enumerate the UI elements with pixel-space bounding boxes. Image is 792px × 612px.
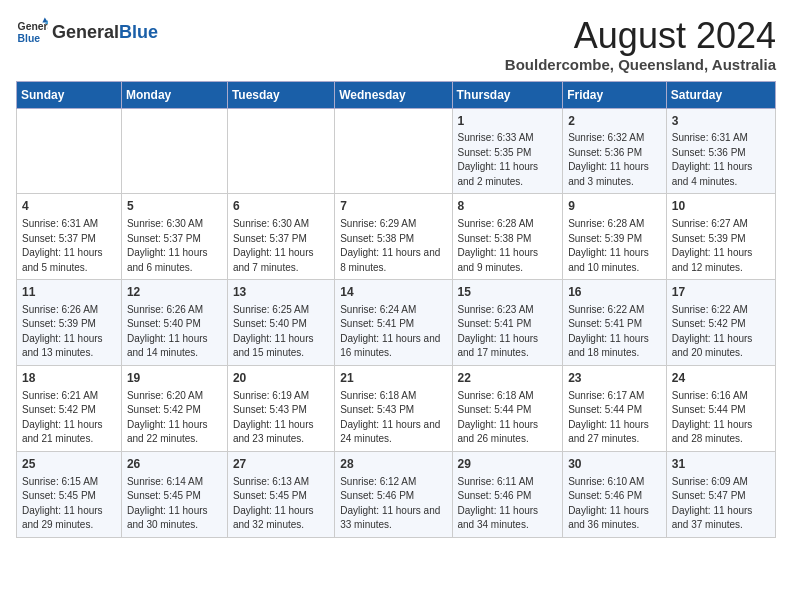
svg-text:Blue: Blue: [18, 33, 41, 44]
calendar-cell: 24Sunrise: 6:16 AM Sunset: 5:44 PM Dayli…: [666, 365, 775, 451]
header-cell-monday: Monday: [121, 81, 227, 108]
week-row-5: 25Sunrise: 6:15 AM Sunset: 5:45 PM Dayli…: [17, 451, 776, 537]
week-row-2: 4Sunrise: 6:31 AM Sunset: 5:37 PM Daylig…: [17, 194, 776, 280]
cell-content: Sunrise: 6:26 AM Sunset: 5:40 PM Dayligh…: [127, 303, 222, 361]
calendar-cell: 5Sunrise: 6:30 AM Sunset: 5:37 PM Daylig…: [121, 194, 227, 280]
week-row-3: 11Sunrise: 6:26 AM Sunset: 5:39 PM Dayli…: [17, 280, 776, 366]
calendar-cell: 1Sunrise: 6:33 AM Sunset: 5:35 PM Daylig…: [452, 108, 563, 194]
calendar-cell: [227, 108, 334, 194]
day-number: 21: [340, 370, 446, 387]
header-cell-sunday: Sunday: [17, 81, 122, 108]
calendar-cell: 2Sunrise: 6:32 AM Sunset: 5:36 PM Daylig…: [563, 108, 667, 194]
calendar-cell: [121, 108, 227, 194]
header-cell-thursday: Thursday: [452, 81, 563, 108]
day-number: 26: [127, 456, 222, 473]
header-cell-tuesday: Tuesday: [227, 81, 334, 108]
calendar-cell: [335, 108, 452, 194]
calendar-cell: 3Sunrise: 6:31 AM Sunset: 5:36 PM Daylig…: [666, 108, 775, 194]
cell-content: Sunrise: 6:09 AM Sunset: 5:47 PM Dayligh…: [672, 475, 770, 533]
cell-content: Sunrise: 6:13 AM Sunset: 5:45 PM Dayligh…: [233, 475, 329, 533]
cell-content: Sunrise: 6:30 AM Sunset: 5:37 PM Dayligh…: [127, 217, 222, 275]
calendar-table: SundayMondayTuesdayWednesdayThursdayFrid…: [16, 81, 776, 538]
calendar-cell: [17, 108, 122, 194]
cell-content: Sunrise: 6:18 AM Sunset: 5:44 PM Dayligh…: [458, 389, 558, 447]
cell-content: Sunrise: 6:22 AM Sunset: 5:42 PM Dayligh…: [672, 303, 770, 361]
logo: General Blue General Blue: [16, 16, 158, 48]
calendar-cell: 19Sunrise: 6:20 AM Sunset: 5:42 PM Dayli…: [121, 365, 227, 451]
calendar-cell: 28Sunrise: 6:12 AM Sunset: 5:46 PM Dayli…: [335, 451, 452, 537]
calendar-cell: 13Sunrise: 6:25 AM Sunset: 5:40 PM Dayli…: [227, 280, 334, 366]
cell-content: Sunrise: 6:25 AM Sunset: 5:40 PM Dayligh…: [233, 303, 329, 361]
calendar-cell: 10Sunrise: 6:27 AM Sunset: 5:39 PM Dayli…: [666, 194, 775, 280]
calendar-cell: 6Sunrise: 6:30 AM Sunset: 5:37 PM Daylig…: [227, 194, 334, 280]
cell-content: Sunrise: 6:31 AM Sunset: 5:36 PM Dayligh…: [672, 131, 770, 189]
logo-text-general: General: [52, 22, 119, 43]
cell-content: Sunrise: 6:27 AM Sunset: 5:39 PM Dayligh…: [672, 217, 770, 275]
calendar-cell: 18Sunrise: 6:21 AM Sunset: 5:42 PM Dayli…: [17, 365, 122, 451]
day-number: 4: [22, 198, 116, 215]
calendar-cell: 7Sunrise: 6:29 AM Sunset: 5:38 PM Daylig…: [335, 194, 452, 280]
day-number: 5: [127, 198, 222, 215]
cell-content: Sunrise: 6:19 AM Sunset: 5:43 PM Dayligh…: [233, 389, 329, 447]
cell-content: Sunrise: 6:32 AM Sunset: 5:36 PM Dayligh…: [568, 131, 661, 189]
cell-content: Sunrise: 6:31 AM Sunset: 5:37 PM Dayligh…: [22, 217, 116, 275]
day-number: 25: [22, 456, 116, 473]
calendar-cell: 14Sunrise: 6:24 AM Sunset: 5:41 PM Dayli…: [335, 280, 452, 366]
cell-content: Sunrise: 6:22 AM Sunset: 5:41 PM Dayligh…: [568, 303, 661, 361]
cell-content: Sunrise: 6:33 AM Sunset: 5:35 PM Dayligh…: [458, 131, 558, 189]
day-number: 7: [340, 198, 446, 215]
calendar-cell: 22Sunrise: 6:18 AM Sunset: 5:44 PM Dayli…: [452, 365, 563, 451]
calendar-cell: 26Sunrise: 6:14 AM Sunset: 5:45 PM Dayli…: [121, 451, 227, 537]
day-number: 27: [233, 456, 329, 473]
cell-content: Sunrise: 6:26 AM Sunset: 5:39 PM Dayligh…: [22, 303, 116, 361]
cell-content: Sunrise: 6:17 AM Sunset: 5:44 PM Dayligh…: [568, 389, 661, 447]
day-number: 3: [672, 113, 770, 130]
header-row: SundayMondayTuesdayWednesdayThursdayFrid…: [17, 81, 776, 108]
header: General Blue General Blue August 2024 Bo…: [16, 16, 776, 73]
day-number: 24: [672, 370, 770, 387]
day-number: 22: [458, 370, 558, 387]
cell-content: Sunrise: 6:23 AM Sunset: 5:41 PM Dayligh…: [458, 303, 558, 361]
cell-content: Sunrise: 6:30 AM Sunset: 5:37 PM Dayligh…: [233, 217, 329, 275]
cell-content: Sunrise: 6:18 AM Sunset: 5:43 PM Dayligh…: [340, 389, 446, 447]
day-number: 23: [568, 370, 661, 387]
day-number: 13: [233, 284, 329, 301]
cell-content: Sunrise: 6:24 AM Sunset: 5:41 PM Dayligh…: [340, 303, 446, 361]
day-number: 30: [568, 456, 661, 473]
logo-text-blue: Blue: [119, 22, 158, 43]
week-row-1: 1Sunrise: 6:33 AM Sunset: 5:35 PM Daylig…: [17, 108, 776, 194]
day-number: 8: [458, 198, 558, 215]
day-number: 18: [22, 370, 116, 387]
day-number: 20: [233, 370, 329, 387]
header-cell-wednesday: Wednesday: [335, 81, 452, 108]
day-number: 1: [458, 113, 558, 130]
day-number: 11: [22, 284, 116, 301]
calendar-cell: 12Sunrise: 6:26 AM Sunset: 5:40 PM Dayli…: [121, 280, 227, 366]
cell-content: Sunrise: 6:12 AM Sunset: 5:46 PM Dayligh…: [340, 475, 446, 533]
calendar-cell: 11Sunrise: 6:26 AM Sunset: 5:39 PM Dayli…: [17, 280, 122, 366]
cell-content: Sunrise: 6:16 AM Sunset: 5:44 PM Dayligh…: [672, 389, 770, 447]
header-cell-friday: Friday: [563, 81, 667, 108]
main-title: August 2024: [505, 16, 776, 56]
svg-text:General: General: [18, 21, 48, 32]
day-number: 31: [672, 456, 770, 473]
calendar-cell: 25Sunrise: 6:15 AM Sunset: 5:45 PM Dayli…: [17, 451, 122, 537]
header-cell-saturday: Saturday: [666, 81, 775, 108]
logo-icon: General Blue: [16, 16, 48, 48]
day-number: 9: [568, 198, 661, 215]
day-number: 15: [458, 284, 558, 301]
day-number: 2: [568, 113, 661, 130]
calendar-cell: 17Sunrise: 6:22 AM Sunset: 5:42 PM Dayli…: [666, 280, 775, 366]
week-row-4: 18Sunrise: 6:21 AM Sunset: 5:42 PM Dayli…: [17, 365, 776, 451]
day-number: 19: [127, 370, 222, 387]
subtitle: Bouldercombe, Queensland, Australia: [505, 56, 776, 73]
cell-content: Sunrise: 6:20 AM Sunset: 5:42 PM Dayligh…: [127, 389, 222, 447]
cell-content: Sunrise: 6:28 AM Sunset: 5:38 PM Dayligh…: [458, 217, 558, 275]
calendar-cell: 16Sunrise: 6:22 AM Sunset: 5:41 PM Dayli…: [563, 280, 667, 366]
calendar-cell: 29Sunrise: 6:11 AM Sunset: 5:46 PM Dayli…: [452, 451, 563, 537]
cell-content: Sunrise: 6:21 AM Sunset: 5:42 PM Dayligh…: [22, 389, 116, 447]
day-number: 12: [127, 284, 222, 301]
day-number: 10: [672, 198, 770, 215]
day-number: 28: [340, 456, 446, 473]
cell-content: Sunrise: 6:15 AM Sunset: 5:45 PM Dayligh…: [22, 475, 116, 533]
